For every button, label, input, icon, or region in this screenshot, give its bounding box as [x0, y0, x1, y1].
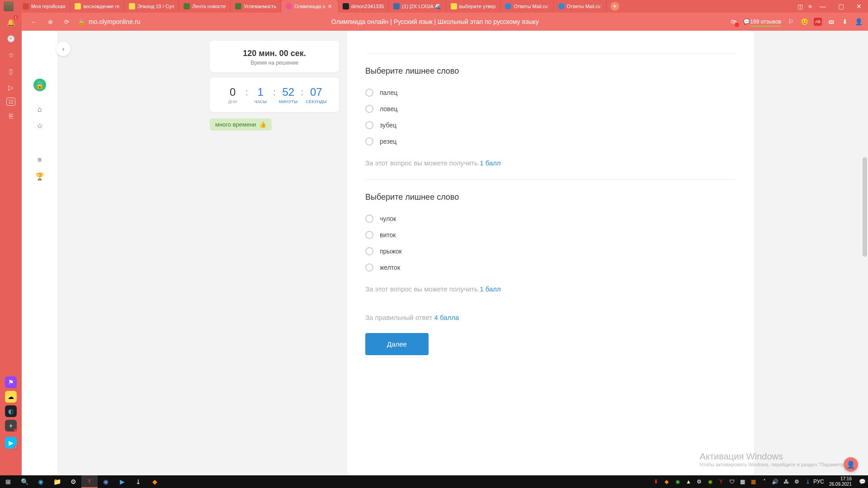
- explorer-icon[interactable]: 📁: [49, 475, 65, 488]
- radio-option[interactable]: палец: [365, 89, 736, 97]
- tray-icon[interactable]: ◉: [706, 479, 714, 485]
- support-avatar-icon[interactable]: 👤: [844, 457, 858, 472]
- taskbar-app[interactable]: ◉: [33, 475, 49, 488]
- radio-option[interactable]: чулок: [365, 215, 736, 223]
- tray-icon[interactable]: ▦: [750, 479, 758, 485]
- tab-2[interactable]: Эпизод 19 / Суп: [124, 0, 179, 13]
- maximize-button[interactable]: ▢: [832, 0, 850, 13]
- new-tab-button[interactable]: +: [610, 2, 619, 11]
- radio-option[interactable]: резец: [365, 137, 736, 145]
- adblock-icon[interactable]: AB: [814, 18, 822, 26]
- tab-7[interactable]: (1) [2X LOGIA 🌊: [389, 0, 446, 13]
- bookmark-icon[interactable]: ⚐: [787, 18, 795, 26]
- network-icon[interactable]: 🖧: [782, 479, 790, 485]
- tab-8[interactable]: выберите утвер: [446, 0, 501, 13]
- radio-option[interactable]: виток: [365, 231, 736, 239]
- tab-4[interactable]: Успеваемость: [231, 0, 281, 13]
- calendar-icon[interactable]: 12: [6, 98, 15, 106]
- radio-option[interactable]: ловец: [365, 105, 736, 113]
- tray-chevron-icon[interactable]: ˄: [760, 479, 769, 485]
- star-icon[interactable]: ☆: [33, 118, 47, 133]
- page-title: Олимпиада онлайн | Русский язык | Школьн…: [146, 18, 723, 25]
- video-icon[interactable]: ▷: [5, 81, 17, 94]
- tray-icon[interactable]: Y: [717, 479, 725, 485]
- favorites-icon[interactable]: ☆: [5, 49, 17, 61]
- url-field[interactable]: 🔒 mo.olymponline.ru: [78, 18, 140, 25]
- tab-0[interactable]: Моя геройская: [18, 0, 70, 13]
- reload-button[interactable]: ⟳: [61, 17, 71, 27]
- promo-icon[interactable]: ▶5: [5, 437, 17, 449]
- tray-icon[interactable]: ⚙: [793, 479, 801, 485]
- tab-3[interactable]: Лента новосте: [179, 0, 231, 13]
- tray-icon[interactable]: ▦: [739, 479, 747, 485]
- notifications-icon[interactable]: 🔔1: [5, 16, 17, 29]
- language-indicator[interactable]: РУС: [815, 479, 823, 485]
- tray-icon[interactable]: ▲: [684, 479, 693, 485]
- tray-icon[interactable]: ⬇: [652, 479, 660, 485]
- radio-option[interactable]: желток: [365, 263, 736, 272]
- scrollbar[interactable]: [862, 31, 868, 475]
- app-icon[interactable]: ◐: [5, 405, 17, 417]
- tab-10[interactable]: Ответы Mail.ru:: [554, 0, 607, 13]
- taskbar-app[interactable]: ⤓: [130, 475, 146, 488]
- user-avatar[interactable]: [4, 1, 14, 11]
- taskbar-app[interactable]: ▶: [114, 475, 130, 488]
- steam-icon[interactable]: ⚙: [65, 475, 81, 488]
- history-icon[interactable]: 🕘: [5, 33, 17, 45]
- browser-sidebar: 🔔1 🕘 ☆ ▯ ▷ 12 ⎘ ⚑ ☁ ◐ + ▶5: [0, 0, 22, 475]
- volume-icon[interactable]: 🔊: [771, 479, 779, 485]
- close-button[interactable]: ✕: [850, 0, 868, 13]
- search-button[interactable]: 🔍: [16, 475, 33, 488]
- yandex-weather-icon[interactable]: ☁: [5, 391, 17, 403]
- close-icon[interactable]: ✕: [328, 4, 333, 9]
- radio-icon: [365, 121, 373, 129]
- radio-option[interactable]: прыжок: [365, 247, 736, 255]
- trophy-icon[interactable]: 🏆: [33, 169, 47, 183]
- menu-icon[interactable]: ≡: [807, 0, 814, 13]
- radio-icon: [365, 105, 373, 113]
- tab-6[interactable]: dimon2341335: [338, 0, 389, 13]
- list-icon[interactable]: ≡: [33, 153, 47, 167]
- tab-favicon: [393, 3, 400, 9]
- start-button[interactable]: ⊞: [0, 475, 16, 488]
- tray-icon[interactable]: 🛡: [728, 479, 736, 485]
- tab-5[interactable]: Олимпиада о✕: [281, 0, 338, 13]
- tray-icon[interactable]: ◆: [663, 479, 671, 485]
- status-icon[interactable]: 🔒: [33, 79, 46, 91]
- collections-icon[interactable]: ▯: [5, 65, 17, 78]
- minimize-button[interactable]: —: [814, 0, 832, 13]
- tray-icon[interactable]: ◉: [674, 479, 682, 485]
- action-center-icon[interactable]: 💬: [858, 479, 866, 485]
- cart-icon[interactable]: 🛍: [730, 18, 738, 26]
- twitch-icon[interactable]: ⚑: [5, 376, 17, 388]
- radio-icon: [365, 215, 373, 223]
- feed-icon[interactable]: ⎘: [5, 109, 17, 122]
- tab-favicon: [235, 3, 241, 9]
- extension-icon[interactable]: 🎟: [827, 18, 835, 26]
- globe-icon[interactable]: ⊕: [45, 17, 55, 27]
- clock[interactable]: 17:16 26.09.2021: [826, 476, 855, 487]
- back-button[interactable]: ←: [29, 17, 39, 27]
- profile-icon[interactable]: 👤: [854, 18, 863, 26]
- zen-icon[interactable]: 😊: [800, 18, 808, 26]
- taskbar: ⊞ 🔍 ◉ 📁 ⚙ Y ◉ ▶ ⤓ ◆ ⬇ ◆ ◉ ▲ ⚙ ◉ Y 🛡 ▦ ▦ …: [0, 475, 868, 488]
- tabs-bar: Моя геройская восхождение ге Эпизод 19 /…: [0, 0, 868, 13]
- home-icon[interactable]: ⌂: [33, 102, 47, 117]
- downloads-icon[interactable]: ⬇: [841, 18, 849, 26]
- radio-option[interactable]: зубец: [365, 121, 736, 129]
- tab-9[interactable]: Ответы Mail.ru:: [500, 0, 553, 13]
- tray-icon[interactable]: ⚙: [695, 479, 703, 485]
- taskbar-app[interactable]: ◆: [146, 475, 163, 488]
- scroll-thumb[interactable]: [863, 157, 867, 257]
- tab-favicon: [286, 3, 292, 9]
- tab-favicon: [184, 3, 190, 9]
- next-button[interactable]: Далее: [365, 333, 429, 355]
- tab-1[interactable]: восхождение ге: [70, 0, 124, 13]
- discord-icon[interactable]: ◉: [98, 475, 114, 488]
- yandex-browser-icon[interactable]: Y: [81, 475, 98, 488]
- panels-icon[interactable]: ◫: [797, 0, 804, 13]
- reviews-link[interactable]: 💬168 отзывов: [743, 19, 781, 25]
- expand-sidebar-button[interactable]: ›: [56, 42, 71, 56]
- add-sidebar-icon[interactable]: +: [5, 420, 17, 432]
- tray-icon[interactable]: ⤓: [804, 479, 812, 485]
